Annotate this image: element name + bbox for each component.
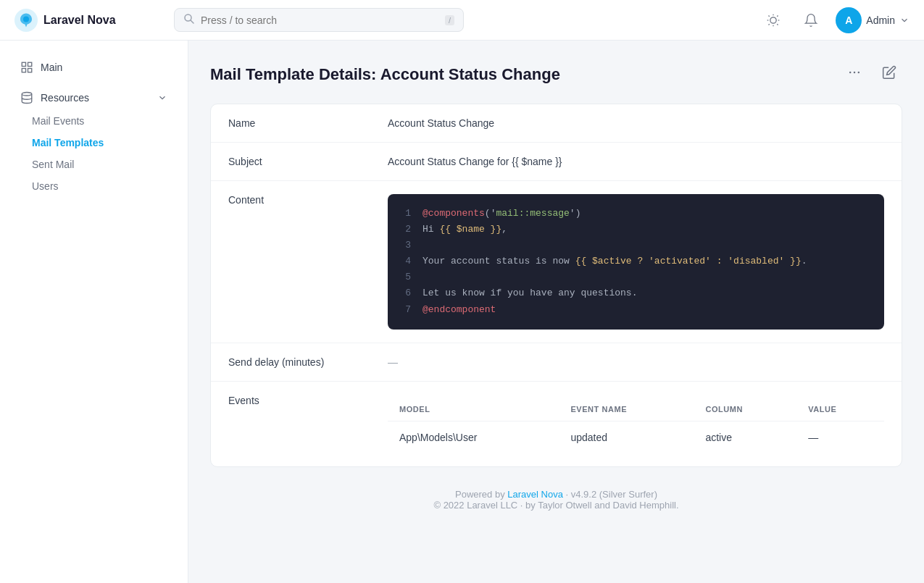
table-row: App\Models\User updated active —: [388, 421, 884, 453]
sidebar-resources-label: Resources: [41, 92, 89, 104]
svg-line-12: [778, 15, 778, 16]
laravel-nova-logo-icon: [14, 9, 38, 32]
search-bar[interactable]: /: [174, 8, 464, 32]
resources-chevron-icon: [157, 93, 167, 103]
more-icon: [847, 65, 862, 80]
search-shortcut: /: [445, 15, 454, 25]
sidebar-resources-header[interactable]: Resources: [12, 85, 176, 110]
sidebar-resources-group: Resources Mail Events Mail Templates Sen…: [0, 85, 188, 197]
col-event-name: EVENT NAME: [559, 398, 694, 421]
app-name: Laravel Nova: [43, 14, 116, 27]
name-value: Account Status Change: [370, 104, 902, 142]
footer-version: · v4.9.2 (Silver Surfer): [566, 489, 657, 500]
events-label: Events: [211, 382, 370, 466]
svg-line-10: [778, 24, 778, 25]
svg-line-9: [769, 15, 770, 16]
name-row: Name Account Status Change: [211, 104, 902, 143]
edit-button[interactable]: [876, 62, 902, 86]
topnav-right-actions: A Admin: [760, 7, 910, 33]
cell-column: active: [694, 421, 796, 453]
sidebar-item-mail-templates[interactable]: Mail Templates: [23, 132, 176, 154]
svg-point-18: [849, 72, 852, 74]
cell-value: —: [796, 421, 884, 453]
svg-point-20: [858, 72, 860, 74]
svg-point-4: [770, 17, 776, 22]
theme-toggle-button[interactable]: [760, 7, 786, 33]
content-value: 1 @components('mail::message') 2 Hi {{ $…: [370, 181, 902, 343]
subject-row: Subject Account Status Change for {{ $na…: [211, 143, 902, 181]
svg-rect-16: [28, 69, 32, 72]
grid-icon: [20, 61, 33, 74]
sidebar-item-sent-mail[interactable]: Sent Mail: [23, 154, 176, 175]
footer-line-1: Powered by Laravel Nova · v4.9.2 (Silver…: [210, 489, 902, 500]
logo-area: Laravel Nova: [14, 9, 174, 32]
nova-link[interactable]: Laravel Nova: [507, 489, 563, 500]
cell-event-name: updated: [559, 421, 694, 453]
code-line-3: 3: [399, 238, 873, 253]
col-column: COLUMN: [694, 398, 796, 421]
top-navigation: Laravel Nova /: [0, 0, 924, 41]
sidebar-item-main[interactable]: Main: [12, 55, 176, 80]
sidebar-sub-items: Mail Events Mail Templates Sent Mail Use…: [12, 110, 176, 197]
events-table: MODEL EVENT NAME COLUMN VALUE App\Models…: [388, 398, 884, 453]
page-header: Mail Template Details: Account Status Ch…: [210, 62, 902, 86]
sidebar-item-mail-events[interactable]: Mail Events: [23, 110, 176, 132]
powered-by-text: Powered by: [455, 489, 505, 500]
main-content: Mail Template Details: Account Status Ch…: [188, 41, 924, 583]
footer: Powered by Laravel Nova · v4.9.2 (Silver…: [210, 467, 902, 525]
events-table-container: MODEL EVENT NAME COLUMN VALUE App\Models…: [370, 382, 902, 466]
notifications-button[interactable]: [798, 7, 824, 33]
svg-point-19: [854, 72, 856, 74]
content-row: Content 1 @components('mail::message') 2…: [211, 181, 902, 343]
avatar: A: [836, 7, 862, 33]
events-row: Events MODEL EVENT NAME COLUMN VALUE: [211, 382, 902, 466]
col-model: MODEL: [388, 398, 559, 421]
svg-rect-13: [22, 62, 25, 66]
sidebar-main-section: Main: [0, 55, 188, 80]
name-label: Name: [211, 104, 370, 142]
send-delay-label: Send delay (minutes): [211, 343, 370, 381]
svg-line-3: [191, 20, 193, 23]
page-title: Mail Template Details: Account Status Ch…: [210, 65, 560, 84]
send-delay-value: —: [370, 343, 902, 381]
subject-label: Subject: [211, 143, 370, 180]
footer-line-2: © 2022 Laravel LLC · by Taylor Otwell an…: [210, 500, 902, 511]
content-label: Content: [211, 181, 370, 343]
code-line-5: 5: [399, 269, 873, 285]
sidebar-main-label: Main: [41, 62, 62, 73]
svg-rect-15: [22, 69, 25, 72]
code-block: 1 @components('mail::message') 2 Hi {{ $…: [388, 194, 884, 330]
events-table-body: App\Models\User updated active —: [388, 421, 884, 453]
svg-point-1: [23, 16, 29, 22]
send-delay-row: Send delay (minutes) —: [211, 343, 902, 382]
edit-icon: [882, 65, 896, 80]
events-table-head: MODEL EVENT NAME COLUMN VALUE: [388, 398, 884, 421]
code-line-6: 6 Let us know if you have any questions.: [399, 285, 873, 301]
code-line-7: 7 @endcomponent: [399, 302, 873, 318]
search-input[interactable]: [201, 14, 439, 26]
svg-rect-14: [28, 62, 32, 66]
search-icon: [183, 13, 195, 27]
svg-point-17: [22, 93, 32, 96]
database-icon: [20, 91, 33, 104]
detail-card: Name Account Status Change Subject Accou…: [210, 104, 902, 467]
chevron-down-icon: [899, 15, 910, 25]
sidebar: Main Resources Mail Events: [0, 41, 188, 583]
code-line-4: 4 Your account status is now {{ $active …: [399, 253, 873, 269]
app-layout: Main Resources Mail Events: [0, 0, 924, 583]
col-value: VALUE: [796, 398, 884, 421]
sidebar-resources-header-left: Resources: [20, 91, 89, 104]
admin-label: Admin: [866, 14, 895, 26]
more-options-button[interactable]: [841, 62, 867, 86]
subject-value: Account Status Change for {{ $name }}: [370, 143, 902, 180]
code-line-2: 2 Hi {{ $name }},: [399, 222, 873, 238]
cell-model: App\Models\User: [388, 421, 559, 453]
svg-line-11: [769, 24, 770, 25]
sidebar-item-users[interactable]: Users: [23, 175, 176, 197]
admin-menu-button[interactable]: A Admin: [836, 7, 910, 33]
code-line-1: 1 @components('mail::message'): [399, 206, 873, 222]
page-actions: [841, 62, 902, 86]
